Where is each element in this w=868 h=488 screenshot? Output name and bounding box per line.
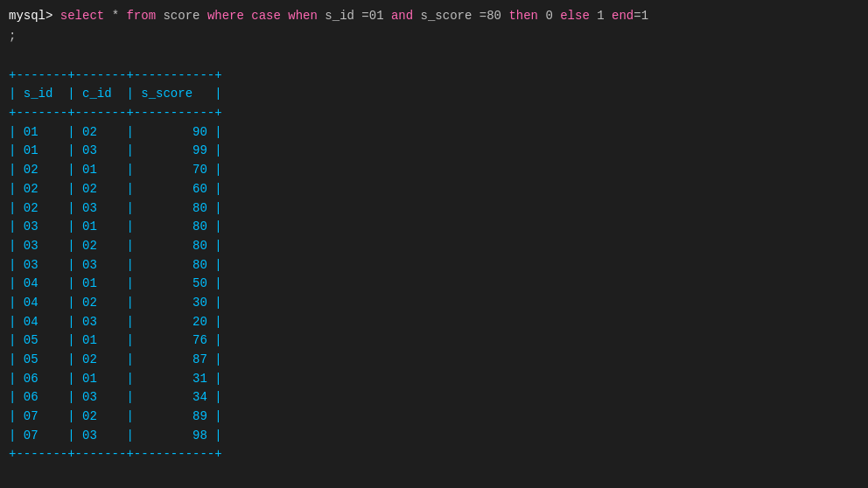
table-row: | 03 | 02 | 80 |: [9, 239, 222, 253]
mysql-prompt: mysql>: [9, 9, 60, 23]
table-row: | 01 | 03 | 99 |: [9, 143, 222, 157]
table-row: | 02 | 03 | 80 |: [9, 201, 222, 215]
command-line: mysql> select * from score where case wh…: [9, 7, 859, 25]
table-row: | 05 | 01 | 76 |: [9, 333, 222, 347]
table-row: | 02 | 01 | 70 |: [9, 163, 222, 177]
table-header: | s_id | c_id | s_score |: [9, 87, 222, 101]
table-row: | 03 | 01 | 80 |: [9, 220, 222, 234]
table-row: | 04 | 03 | 20 |: [9, 315, 222, 329]
table-row: | 01 | 02 | 90 |: [9, 125, 222, 139]
table-row: | 07 | 02 | 89 |: [9, 409, 222, 423]
table-row: | 05 | 02 | 87 |: [9, 352, 222, 366]
table-output: +-------+-------+-----------+ | s_id | c…: [9, 47, 859, 484]
table-separator-header: +-------+-------+-----------+: [9, 106, 222, 120]
table-row: | 03 | 03 | 80 |: [9, 258, 222, 272]
table-row: | 02 | 02 | 60 |: [9, 182, 222, 196]
table-row: | 04 | 02 | 30 |: [9, 296, 222, 310]
command-semicolon: ;: [9, 27, 859, 45]
table-row: | 04 | 01 | 50 |: [9, 276, 222, 290]
table-separator-bottom: +-------+-------+-----------+: [9, 447, 222, 461]
table-row: | 06 | 03 | 34 |: [9, 390, 222, 404]
table-row: | 06 | 01 | 31 |: [9, 372, 222, 386]
cmd-select: select * from score where case when s_id…: [60, 9, 648, 23]
terminal: mysql> select * from score where case wh…: [9, 7, 859, 488]
table-row: | 07 | 03 | 98 |: [9, 429, 222, 443]
table-separator-top: +-------+-------+-----------+: [9, 68, 222, 82]
